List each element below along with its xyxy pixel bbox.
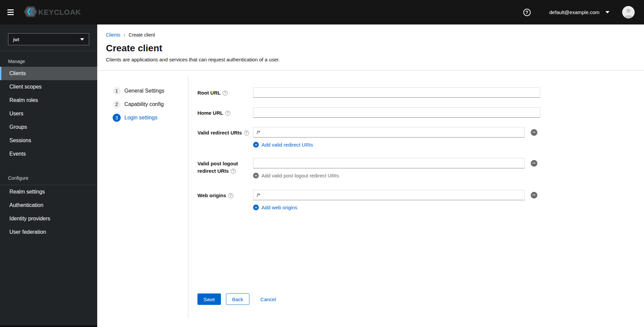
- current-realm: jwt: [13, 37, 19, 42]
- user-dropdown[interactable]: default@example.com: [549, 9, 609, 15]
- wizard-step-capability-config[interactable]: 2 Capability config: [113, 100, 188, 108]
- nav-section-title: Configure: [0, 169, 97, 185]
- home-url-input[interactable]: [253, 107, 540, 118]
- caret-down-icon: [80, 38, 84, 41]
- nav-section-title: Manage: [0, 52, 97, 67]
- valid-redirect-uris-label: Valid redirect URIs: [197, 130, 242, 135]
- sidebar-item-clients[interactable]: Clients: [0, 67, 97, 80]
- valid-redirect-uri-input[interactable]: [253, 127, 525, 138]
- remove-redirect-uri-button[interactable]: −: [531, 129, 537, 136]
- valid-redirect-uris-help-icon[interactable]: ?: [244, 130, 249, 135]
- page-title: Create client: [106, 43, 644, 54]
- sidebar-divider: [0, 51, 97, 51]
- cancel-button[interactable]: Cancel: [260, 293, 276, 305]
- plus-icon: +: [253, 173, 259, 178]
- add-valid-redirect-uris-label: Add valid redirect URIs: [261, 142, 313, 148]
- root-url-help-icon[interactable]: ?: [223, 91, 228, 96]
- sidebar-item-client-scopes[interactable]: Client scopes: [0, 80, 97, 94]
- keycloak-logo-icon: [23, 6, 38, 19]
- valid-post-logout-redirect-uris-field-row: Valid post logout redirect URIs? − + Add…: [197, 158, 644, 178]
- nav-section-configure: Configure Realm settings Authentication …: [0, 169, 97, 239]
- root-url-field-row: Root URL?: [197, 87, 644, 98]
- valid-post-logout-redirect-uri-input[interactable]: [253, 158, 525, 168]
- keycloak-admin-console: KEYCLOAK ? default@example.com jwt Manag: [0, 0, 644, 327]
- sidebar-item-realm-settings[interactable]: Realm settings: [0, 185, 97, 199]
- realm-selector[interactable]: jwt: [8, 33, 89, 45]
- sidebar-item-events[interactable]: Events: [0, 147, 97, 161]
- wizard-steps-nav: 1 General Settings 2 Capability config 3…: [97, 76, 188, 319]
- add-web-origins-label: Add web origins: [261, 205, 297, 210]
- add-valid-post-logout-redirect-uris-label: Add valid post logout redirect URIs: [261, 173, 339, 178]
- home-url-help-icon[interactable]: ?: [225, 111, 230, 116]
- minus-icon: −: [533, 160, 536, 165]
- breadcrumb: Clients › Create client: [106, 32, 644, 38]
- add-valid-post-logout-redirect-uris-button[interactable]: + Add valid post logout redirect URIs: [253, 173, 537, 178]
- web-origins-field-row: Web origins? − + Add web origins: [197, 190, 644, 210]
- home-url-field-row: Home URL?: [197, 107, 644, 118]
- web-origin-input[interactable]: [253, 190, 525, 200]
- user-email: default@example.com: [549, 9, 599, 15]
- step-number: 2: [113, 100, 121, 108]
- page-description: Clients are applications and services th…: [106, 57, 644, 62]
- nav-toggle-menu-icon[interactable]: [0, 0, 19, 24]
- back-button[interactable]: Back: [226, 293, 249, 305]
- valid-post-logout-redirect-uris-help-icon[interactable]: ?: [231, 169, 236, 174]
- form-actions: Save Back Cancel: [197, 293, 644, 305]
- step-number: 3: [113, 114, 121, 122]
- minus-icon: −: [533, 129, 536, 134]
- step-label: Capability config: [124, 101, 164, 107]
- add-web-origins-button[interactable]: + Add web origins: [253, 205, 537, 210]
- main-content: Clients › Create client Create client Cl…: [97, 24, 644, 327]
- step-label: General Settings: [124, 88, 164, 94]
- login-settings-form: Root URL? Home URL?: [188, 71, 644, 327]
- sidebar-item-realm-roles[interactable]: Realm roles: [0, 94, 97, 107]
- breadcrumb-separator-icon: ›: [124, 32, 125, 38]
- page-header: Clients › Create client Create client Cl…: [97, 24, 644, 71]
- breadcrumb-clients-link[interactable]: Clients: [106, 32, 120, 38]
- web-origins-help-icon[interactable]: ?: [228, 193, 233, 198]
- add-valid-redirect-uris-button[interactable]: + Add valid redirect URIs: [253, 142, 537, 148]
- home-url-label: Home URL: [197, 110, 223, 116]
- sidebar-item-user-federation[interactable]: User federation: [0, 225, 97, 239]
- breadcrumb-current: Create client: [129, 32, 155, 38]
- help-icon[interactable]: ?: [523, 9, 531, 16]
- web-origins-label: Web origins: [197, 193, 226, 198]
- save-button[interactable]: Save: [197, 293, 221, 305]
- plus-icon: +: [253, 142, 259, 148]
- create-client-wizard: 1 General Settings 2 Capability config 3…: [97, 71, 644, 327]
- masthead: KEYCLOAK ? default@example.com: [0, 0, 644, 24]
- valid-redirect-uris-field-row: Valid redirect URIs? − + Add valid redir…: [197, 127, 644, 148]
- sidebar: jwt Manage Clients Client scopes Realm r…: [0, 24, 97, 327]
- minus-icon: −: [533, 192, 536, 197]
- remove-post-logout-redirect-uri-button[interactable]: −: [531, 160, 537, 167]
- step-label: Login settings: [124, 115, 158, 121]
- sidebar-item-identity-providers[interactable]: Identity providers: [0, 212, 97, 225]
- root-url-input[interactable]: [253, 87, 540, 98]
- brand-title: KEYCLOAK: [38, 8, 81, 17]
- root-url-label: Root URL: [197, 90, 221, 96]
- sidebar-item-users[interactable]: Users: [0, 107, 97, 120]
- wizard-step-login-settings[interactable]: 3 Login settings: [113, 114, 188, 122]
- chevron-down-icon: [605, 11, 609, 13]
- sidebar-item-groups[interactable]: Groups: [0, 120, 97, 134]
- nav-section-manage: Manage Clients Client scopes Realm roles…: [0, 52, 97, 161]
- remove-web-origin-button[interactable]: −: [531, 192, 537, 199]
- step-number: 1: [113, 87, 121, 95]
- keycloak-logo: KEYCLOAK: [23, 6, 81, 19]
- sidebar-item-authentication[interactable]: Authentication: [0, 199, 97, 212]
- wizard-step-general-settings[interactable]: 1 General Settings: [113, 87, 188, 95]
- plus-icon: +: [253, 205, 259, 210]
- avatar[interactable]: [622, 6, 635, 18]
- sidebar-item-sessions[interactable]: Sessions: [0, 134, 97, 147]
